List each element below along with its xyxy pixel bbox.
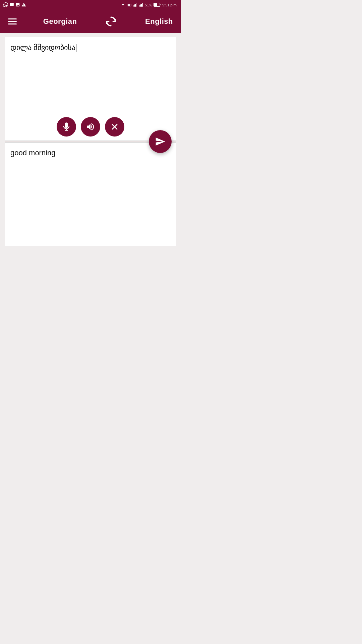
app-header: Georgian English	[0, 10, 181, 33]
whatsapp-icon	[3, 2, 8, 8]
svg-rect-2	[134, 4, 135, 6]
output-text: good morning	[10, 148, 171, 158]
svg-rect-3	[135, 4, 136, 6]
hd-label: HD	[127, 3, 131, 7]
chat-icon	[9, 2, 14, 8]
svg-rect-8	[142, 3, 143, 6]
status-right: HD 51% 9:51 p.m.	[121, 2, 178, 8]
image-icon	[15, 2, 20, 8]
alert-icon	[21, 2, 26, 8]
microphone-button[interactable]	[57, 117, 76, 137]
time: 9:51 p.m.	[162, 3, 178, 7]
action-buttons	[57, 117, 124, 137]
signal2-icon	[139, 3, 143, 7]
speaker-button[interactable]	[81, 117, 100, 137]
wifi-icon	[121, 2, 125, 8]
status-bar: HD 51% 9:51 p.m.	[0, 0, 181, 10]
clear-button[interactable]	[105, 117, 124, 137]
battery-icon	[154, 3, 161, 7]
output-panel: good morning	[5, 142, 176, 246]
target-language[interactable]: English	[145, 17, 173, 26]
input-panel: დილა მშვიდობისა	[5, 37, 176, 141]
menu-button[interactable]	[8, 18, 17, 24]
svg-rect-1	[133, 5, 133, 7]
text-cursor	[76, 44, 76, 52]
main-content: დილა მშვიდობისა good morning	[0, 37, 181, 246]
svg-rect-5	[139, 5, 139, 7]
svg-rect-7	[141, 4, 142, 6]
svg-rect-6	[140, 4, 141, 6]
translate-button[interactable]	[149, 130, 172, 153]
input-text[interactable]: დილა მშვიდობისა	[10, 43, 171, 53]
svg-rect-4	[136, 3, 137, 6]
source-language[interactable]: Georgian	[43, 17, 77, 26]
signal-icon	[133, 3, 137, 7]
swap-button[interactable]	[103, 14, 119, 29]
battery-percent: 51%	[145, 3, 152, 7]
input-value: დილა მშვიდობისა	[10, 43, 75, 52]
svg-rect-10	[154, 3, 157, 6]
status-left	[3, 2, 26, 8]
